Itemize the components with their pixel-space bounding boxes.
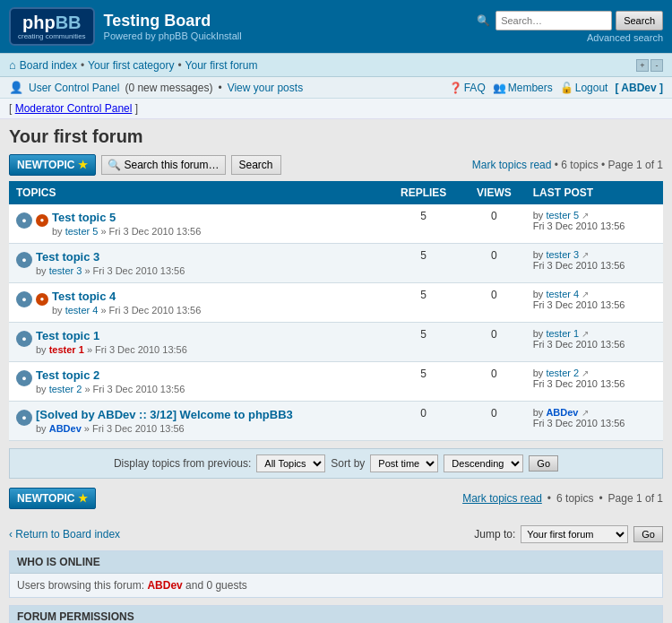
logo-bb: BB: [56, 13, 82, 32]
topic-cell: ●Test topic 3by tester 3 » Fri 3 Dec 201…: [9, 244, 384, 282]
search-forum-icon: 🔍: [108, 159, 121, 171]
bottom-left: NEWTOPIC ★: [9, 488, 96, 509]
last-post-author-link[interactable]: tester 1: [546, 328, 579, 339]
table-header-row: TOPICS REPLIES VIEWS LAST POST: [9, 181, 663, 204]
new-topic-label-bottom: NEWTOPIC: [17, 492, 74, 505]
topic-author-link[interactable]: tester 1: [49, 344, 84, 355]
separator: •: [218, 82, 221, 94]
logo: phpBB creating communities: [9, 7, 95, 46]
mod-bar: [ Moderator Control Panel ]: [0, 99, 672, 119]
logout-icon: 🔓: [560, 82, 573, 94]
topic-cell: ●●Test topic 4by tester 4 » Fri 3 Dec 20…: [9, 283, 384, 322]
header: phpBB creating communities Testing Board…: [0, 0, 672, 53]
topic-cell: ●Test topic 2by tester 2 » Fri 3 Dec 201…: [9, 362, 384, 401]
new-topic-button[interactable]: NEWTOPIC ★: [9, 154, 96, 176]
members-link[interactable]: 👥Members: [493, 82, 553, 94]
sort-select[interactable]: Post time: [370, 454, 438, 472]
topic-link[interactable]: Test topic 1: [36, 329, 187, 342]
topic-link[interactable]: [Solved by ABDev :: 3/12] Welcome to php…: [36, 408, 293, 421]
mod-bar-close: ]: [132, 102, 138, 115]
topic-author-link[interactable]: tester 4: [65, 305, 99, 316]
topic-link[interactable]: Test topic 2: [36, 368, 185, 382]
topic-author-link[interactable]: tester 3: [49, 265, 82, 276]
mark-topics-read-link[interactable]: Mark topics read: [472, 159, 552, 171]
breadcrumb-sep2: •: [177, 59, 181, 72]
logout-link[interactable]: 🔓Logout: [560, 82, 608, 94]
topic-by: by tester 1 » Fri 3 Dec 2010 13:56: [36, 344, 187, 355]
who-online-header: WHO IS ONLINE: [10, 551, 662, 574]
mark-topics-read-link-bottom[interactable]: Mark topics read: [462, 492, 542, 505]
topic-hot-icon: ●: [36, 293, 48, 306]
topics-count: 6 topics: [561, 159, 598, 171]
forum-title: Your first forum: [9, 126, 663, 147]
logo-text: Testing Board Powered by phpBB QuickInst…: [104, 12, 242, 41]
search-forum-button[interactable]: 🔍 Search this forum…: [101, 155, 225, 175]
last-post-author-link[interactable]: tester 5: [546, 210, 579, 221]
breadcrumb-forum[interactable]: Your first forum: [185, 59, 258, 72]
bottom-topics-count: 6 topics: [556, 492, 593, 505]
return-to-board-link[interactable]: ‹ Return to Board index: [9, 528, 120, 541]
sort-go-button[interactable]: Go: [529, 455, 558, 472]
view-posts-link[interactable]: View your posts: [228, 82, 304, 94]
header-search-button[interactable]: Search: [616, 11, 663, 30]
bottom-page-info: •: [599, 492, 602, 505]
filter-left: NEWTOPIC ★ 🔍 Search this forum… Search: [9, 154, 281, 176]
ucp-link[interactable]: User Control Panel: [29, 82, 119, 94]
order-select[interactable]: Descending: [444, 454, 523, 472]
new-topic-button-bottom[interactable]: NEWTOPIC ★: [9, 488, 96, 509]
breadcrumb-category[interactable]: Your first category: [88, 59, 174, 72]
home-icon: ⌂: [9, 58, 16, 72]
user-bar: 👤 User Control Panel (0 new messages) • …: [0, 77, 672, 99]
last-post-cell: by ABDev ↗ Fri 3 Dec 2010 13:56: [526, 402, 663, 441]
mod-control-panel-link[interactable]: Moderator Control Panel: [15, 102, 133, 115]
collapse-icon[interactable]: -: [650, 59, 663, 72]
topic-author-link[interactable]: ABDev: [49, 423, 82, 434]
topic-by: by tester 2 » Fri 3 Dec 2010 13:56: [36, 384, 185, 394]
page-info: •: [601, 159, 608, 171]
topic-by: by tester 3 » Fri 3 Dec 2010 13:56: [36, 265, 185, 276]
topics-table: TOPICS REPLIES VIEWS LAST POST ●●Test to…: [9, 181, 663, 441]
who-online-prefix: Users browsing this forum:: [17, 579, 147, 592]
last-post-author-link[interactable]: ABDev: [546, 407, 578, 418]
topic-author-link[interactable]: tester 2: [49, 384, 82, 394]
last-post-author-link[interactable]: tester 2: [546, 368, 579, 378]
sort-bar: Display topics from previous: All Topics…: [9, 448, 663, 479]
topic-folder-icon: ●: [16, 212, 32, 229]
expand-icon[interactable]: +: [636, 59, 649, 72]
col-topics: TOPICS: [9, 181, 384, 204]
last-post-icon: ↗: [582, 250, 589, 260]
topic-link[interactable]: Test topic 5: [52, 211, 201, 224]
search-go-button[interactable]: Search: [231, 155, 281, 175]
topic-info: Test topic 1by tester 1 » Fri 3 Dec 2010…: [36, 329, 187, 355]
header-search-icon: 🔍: [477, 14, 490, 27]
online-user-link[interactable]: ABDev: [147, 579, 182, 592]
topic-link[interactable]: Test topic 3: [36, 250, 185, 264]
advanced-search-link[interactable]: Advanced search: [587, 32, 663, 43]
user-icon: 👤: [9, 81, 23, 94]
filter-select[interactable]: All Topics: [256, 454, 325, 472]
filter-right: Mark topics read • 6 topics • Page 1 of …: [472, 159, 663, 171]
permissions-section: FORUM PERMISSIONS You can post new topic…: [9, 605, 663, 623]
topic-info: Test topic 4by tester 4 » Fri 3 Dec 2010…: [52, 290, 201, 316]
username-link[interactable]: [ ABDev ]: [615, 82, 663, 94]
topic-folder-icon: ●: [16, 291, 32, 307]
last-post-author-link[interactable]: tester 3: [546, 249, 579, 260]
last-post-author-link[interactable]: tester 4: [546, 289, 579, 299]
jump-select[interactable]: Your first forum: [521, 525, 628, 543]
page-label: Page 1 of 1: [608, 159, 663, 171]
header-search-input[interactable]: [495, 11, 612, 30]
topic-author-link[interactable]: tester 5: [65, 226, 99, 237]
topic-by: by tester 4 » Fri 3 Dec 2010 13:56: [52, 305, 201, 316]
last-post-icon: ↗: [582, 408, 589, 418]
replies-cell: 5: [384, 204, 462, 244]
last-post-icon: ↗: [582, 290, 589, 299]
bottom-bar: NEWTOPIC ★ Mark topics read • 6 topics •…: [9, 484, 663, 513]
jump-go-button[interactable]: Go: [633, 526, 663, 542]
logo-php: php: [22, 13, 56, 32]
members-icon: 👥: [493, 82, 506, 94]
topic-link[interactable]: Test topic 4: [52, 290, 201, 303]
faq-link[interactable]: ❓FAQ: [449, 82, 486, 94]
breadcrumb-board-index[interactable]: Board index: [20, 59, 77, 72]
last-post-cell: by tester 2 ↗ Fri 3 Dec 2010 13:56: [526, 362, 663, 402]
views-cell: 0: [462, 323, 526, 362]
